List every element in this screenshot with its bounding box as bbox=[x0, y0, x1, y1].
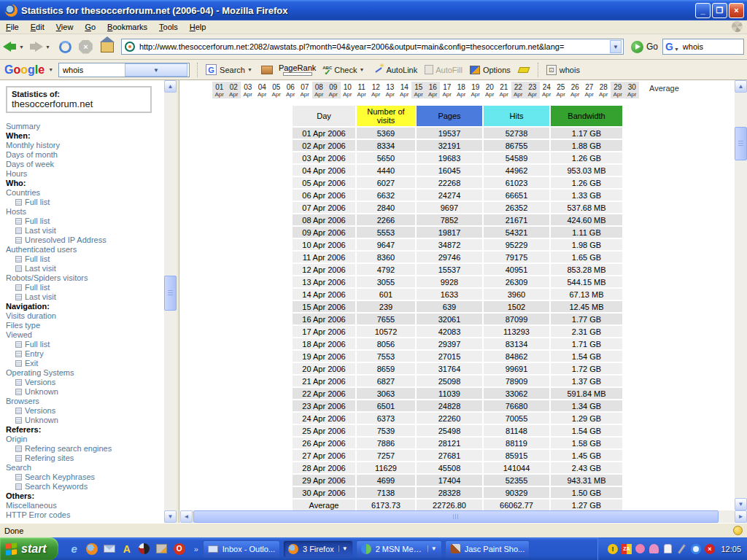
sidebar-item-visits-duration[interactable]: Visits duration bbox=[6, 311, 164, 321]
sidebar-item-versions[interactable]: Versions bbox=[6, 378, 164, 387]
main-scroll-thumb[interactable] bbox=[735, 127, 747, 160]
address-bar[interactable]: ▼ bbox=[121, 39, 624, 55]
sidebar-item-refering-sites[interactable]: Refering sites bbox=[6, 454, 164, 463]
quicklaunch-folder-icon[interactable] bbox=[155, 542, 169, 556]
tray-pen-icon[interactable] bbox=[676, 543, 687, 554]
sidebar-item-last-visit[interactable]: Last visit bbox=[6, 264, 164, 273]
sidebar-item-origin[interactable]: Origin bbox=[6, 435, 164, 444]
main-scrollbar-horizontal[interactable]: ◄ ► bbox=[180, 510, 747, 523]
sidebar-scrollbar[interactable]: ▲ ▼ bbox=[164, 80, 177, 523]
news-icon[interactable] bbox=[261, 66, 273, 74]
quicklaunch-mail-icon[interactable] bbox=[103, 542, 116, 556]
sidebar-item-hosts[interactable]: Hosts bbox=[6, 207, 164, 217]
whois-button[interactable]: ⊡ whois bbox=[543, 63, 584, 77]
main-scrollbar-vertical[interactable]: ▲ ▼ bbox=[735, 80, 747, 510]
task-button-jasc-paint-sho[interactable]: Jasc Paint Sho... bbox=[445, 540, 530, 558]
url-dropdown-arrow-icon[interactable]: ▼ bbox=[610, 40, 622, 53]
sidebar-item-monthly-history[interactable]: Monthly history bbox=[6, 141, 164, 150]
sidebar-item-unresolved-ip-address[interactable]: Unresolved IP Address bbox=[6, 236, 164, 245]
quicklaunch-internet-explorer-icon[interactable]: e bbox=[68, 542, 81, 556]
sidebar-item-operating-systems[interactable]: Operating Systems bbox=[6, 368, 164, 378]
sidebar-item-files-type[interactable]: Files type bbox=[6, 321, 164, 330]
quicklaunch-opera-icon[interactable]: O bbox=[173, 542, 186, 556]
sidebar-item-search-keywords[interactable]: Search Keywords bbox=[6, 482, 164, 491]
google-logo-dropdown[interactable]: ▼ bbox=[48, 67, 53, 72]
menu-file[interactable]: File bbox=[0, 21, 25, 33]
quicklaunch-aim-icon[interactable]: A bbox=[120, 542, 133, 556]
home-button[interactable] bbox=[101, 42, 114, 52]
scroll-up-icon[interactable]: ▲ bbox=[735, 80, 747, 93]
stop-button[interactable]: × bbox=[79, 40, 93, 54]
sidebar-item-countries[interactable]: Countries bbox=[6, 188, 164, 198]
menu-go[interactable]: Go bbox=[79, 21, 101, 33]
menu-tools[interactable]: Tools bbox=[153, 21, 184, 33]
sidebar-item-http-error-codes[interactable]: HTTP Error codes bbox=[6, 510, 164, 520]
tray-zonealarm-icon[interactable]: ZA bbox=[621, 543, 632, 554]
scroll-up-icon[interactable]: ▲ bbox=[164, 80, 177, 93]
google-logo[interactable]: Google bbox=[4, 63, 44, 77]
sidebar-item-authenticated-users[interactable]: Authenticated users bbox=[6, 245, 164, 254]
tray-red-shield-icon[interactable]: × bbox=[704, 543, 715, 554]
sidebar-item-summary[interactable]: Summary bbox=[6, 122, 164, 131]
start-button[interactable]: start bbox=[0, 537, 58, 560]
sidebar-item-search-keyphrases[interactable]: Search Keyphrases bbox=[6, 472, 164, 482]
task-button-inbox-outlo[interactable]: Inbox - Outlo... bbox=[203, 540, 280, 558]
status-smiley-icon[interactable] bbox=[733, 526, 743, 535]
sidebar-item-full-list[interactable]: Full list bbox=[6, 340, 164, 349]
options-button[interactable]: Options bbox=[466, 64, 514, 76]
reload-button[interactable] bbox=[59, 41, 71, 53]
menu-edit[interactable]: Edit bbox=[25, 21, 50, 33]
google-search-dropdown-icon[interactable]: ▼ bbox=[125, 63, 188, 77]
tray-person-pink-icon[interactable] bbox=[649, 543, 659, 554]
sidebar-item-robots-spiders-visitors[interactable]: Robots/Spiders visitors bbox=[6, 273, 164, 283]
tray-badge-pink-icon[interactable] bbox=[635, 543, 646, 554]
sidebar-item-unknown[interactable]: Unknown bbox=[6, 416, 164, 425]
scroll-left-icon[interactable]: ◄ bbox=[180, 510, 193, 523]
search-input[interactable] bbox=[681, 42, 741, 52]
quicklaunch-overflow-chevron[interactable]: » bbox=[194, 545, 198, 553]
sidebar-item-last-visit[interactable]: Last visit bbox=[6, 226, 164, 236]
sidebar-item-miscellaneous[interactable]: Miscellaneous bbox=[6, 501, 164, 510]
sidebar-item-full-list[interactable]: Full list bbox=[6, 198, 164, 207]
task-group-dropdown[interactable]: ▼ bbox=[338, 545, 348, 552]
sidebar-item-days-of-week[interactable]: Days of week bbox=[6, 160, 164, 169]
google-search-combo[interactable]: whois ▼ bbox=[58, 63, 190, 77]
forward-dropdown[interactable]: ▼ bbox=[45, 44, 50, 50]
task-button-3-firefox[interactable]: 3 Firefox▼ bbox=[283, 540, 353, 558]
menu-view[interactable]: View bbox=[50, 21, 80, 33]
sidebar-item-unknown[interactable]: Unknown bbox=[6, 387, 164, 397]
sidebar-item-days-of-month[interactable]: Days of month bbox=[6, 150, 164, 160]
sidebar-item-entry[interactable]: Entry bbox=[6, 349, 164, 359]
url-input[interactable] bbox=[138, 42, 610, 52]
tray-hand-icon[interactable] bbox=[662, 543, 673, 554]
scroll-down-icon[interactable]: ▼ bbox=[164, 510, 177, 523]
sidebar-item-search[interactable]: Search bbox=[6, 463, 164, 472]
sidebar-item-viewed[interactable]: Viewed bbox=[6, 330, 164, 340]
sidebar-item-refering-search-engines[interactable]: Refering search engines bbox=[6, 444, 164, 454]
restore-button[interactable]: ❐ bbox=[712, 3, 727, 18]
autolink-button[interactable]: AutoLink bbox=[370, 63, 421, 77]
tray-alert-shield-icon[interactable]: ! bbox=[607, 543, 618, 554]
sidebar-item-versions[interactable]: Versions bbox=[6, 406, 164, 416]
highlighter-icon[interactable] bbox=[517, 67, 530, 73]
main-hscroll-thumb[interactable] bbox=[193, 510, 719, 523]
close-button[interactable]: × bbox=[729, 3, 744, 18]
sidebar-item-exit[interactable]: Exit bbox=[6, 359, 164, 368]
back-dropdown[interactable]: ▼ bbox=[19, 44, 24, 50]
sidebar-scroll-thumb[interactable] bbox=[164, 276, 177, 311]
quicklaunch-pie-icon[interactable] bbox=[138, 542, 151, 556]
task-group-dropdown[interactable]: ▼ bbox=[427, 545, 437, 552]
scroll-down-icon[interactable]: ▼ bbox=[735, 498, 747, 510]
search-bar[interactable]: G ▼ bbox=[662, 39, 744, 55]
sidebar-item-full-list[interactable]: Full list bbox=[6, 254, 164, 264]
sidebar-item-hours[interactable]: Hours bbox=[6, 169, 164, 179]
minimize-button[interactable]: _ bbox=[695, 3, 711, 18]
sidebar-item-full-list[interactable]: Full list bbox=[6, 217, 164, 226]
back-button[interactable]: ▼ bbox=[3, 42, 26, 52]
go-button[interactable]: Go bbox=[631, 41, 658, 53]
spellcheck-button[interactable]: ABC✓ Check ▼ bbox=[319, 64, 370, 76]
task-button-2-msn-mess[interactable]: 2 MSN Mess...▼ bbox=[356, 540, 442, 558]
sidebar-item-full-list[interactable]: Full list bbox=[6, 283, 164, 292]
scroll-right-icon[interactable]: ► bbox=[735, 510, 747, 523]
forward-button[interactable]: ▼ bbox=[29, 42, 53, 52]
